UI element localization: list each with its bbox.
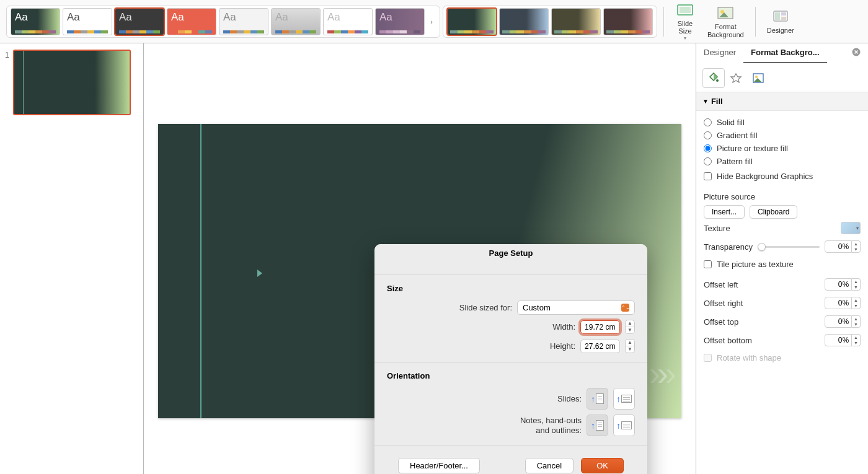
select-chevron-icon: ⌃⌄ — [621, 304, 629, 312]
notes-landscape-button[interactable]: ↑ — [613, 415, 635, 436]
slides-portrait-button[interactable]: ↑ — [587, 388, 608, 410]
width-stepper[interactable]: ▲▼ — [625, 320, 635, 334]
page-setup-dialog: Page Setup Size Slide sized for: Custom … — [374, 244, 647, 474]
notes-orientation-label: Notes, hand-outs and outlines: — [520, 416, 582, 435]
width-input[interactable] — [580, 320, 620, 334]
ok-button[interactable]: OK — [581, 458, 624, 473]
notes-portrait-button[interactable]: ↑ — [587, 415, 608, 436]
cancel-button[interactable]: Cancel — [525, 458, 574, 473]
orientation-section-header: Orientation — [387, 369, 635, 385]
slide-sized-for-label: Slide sized for: — [459, 303, 512, 312]
size-section-header: Size — [387, 281, 635, 298]
slides-landscape-button[interactable]: ↑ — [613, 388, 635, 410]
height-input[interactable] — [580, 340, 620, 353]
width-label: Width: — [552, 322, 575, 331]
header-footer-button[interactable]: Header/Footer... — [398, 458, 480, 473]
height-stepper[interactable]: ▲▼ — [625, 339, 635, 353]
slides-orientation-label: Slides: — [557, 394, 582, 403]
height-label: Height: — [550, 341, 575, 351]
dialog-title: Page Setup — [374, 244, 647, 262]
slide-sized-for-select[interactable]: Custom ⌃⌄ — [517, 301, 635, 315]
